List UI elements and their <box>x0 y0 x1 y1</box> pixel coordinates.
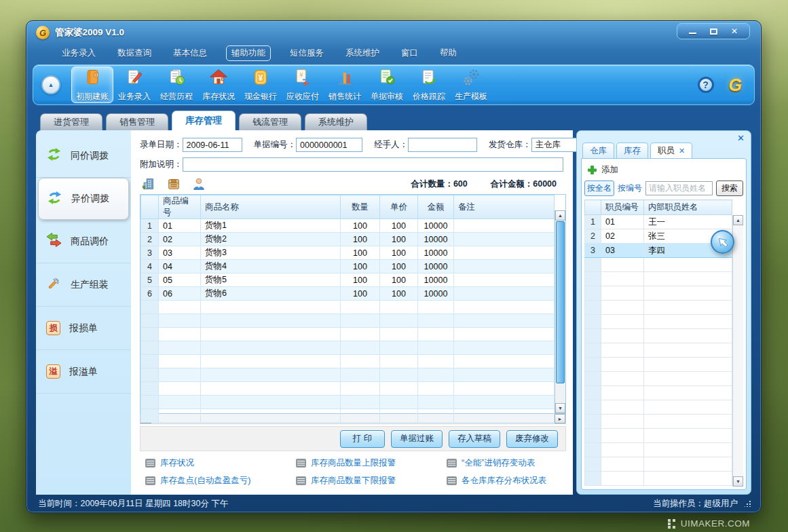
toolbar-item-business-history[interactable]: 经营历程 <box>155 66 198 103</box>
table-row-empty[interactable] <box>141 328 555 341</box>
table-row-empty[interactable] <box>585 457 732 472</box>
sidebar-item-loss-report[interactable]: 损 报损单 <box>36 307 131 350</box>
document-number-input[interactable] <box>296 138 362 152</box>
agent-input[interactable] <box>408 138 477 152</box>
table-row-empty[interactable] <box>585 415 732 429</box>
resize-grip[interactable] <box>745 500 751 507</box>
link-upper-limit-alert[interactable]: 库存商品数量上限报警 <box>296 457 447 469</box>
scroll-up-icon[interactable]: ▲ <box>555 210 565 221</box>
toolbar-item-sales-statistics[interactable]: 销售统计 <box>324 66 366 103</box>
table-row-empty[interactable] <box>585 329 732 343</box>
scroll-down-icon[interactable]: ▼ <box>733 476 743 487</box>
toolbar-item-receivable-payable[interactable]: ¥ 应收应付 <box>282 66 324 103</box>
toolbar-item-inventory-status[interactable]: 库存状况 <box>198 66 240 103</box>
table-row-empty[interactable] <box>585 372 732 386</box>
link-stocktake[interactable]: 库存盘点(自动盘盈盘亏) <box>145 475 296 487</box>
minimize-button[interactable] <box>683 26 702 37</box>
scroll-right-icon[interactable]: ► <box>555 414 565 423</box>
table-row[interactable]: 404货物410010010000 <box>141 260 555 273</box>
save-draft-button[interactable]: 存入草稿 <box>449 430 500 448</box>
table-row-empty[interactable] <box>141 368 555 382</box>
table-row-empty[interactable] <box>141 314 555 328</box>
table-row-empty[interactable] <box>585 258 732 272</box>
help-icon[interactable]: ? <box>698 77 714 93</box>
toolbar-item-business-entry[interactable]: 业务录入 <box>113 66 155 103</box>
tab-purchase-management[interactable]: 进货管理 <box>40 113 102 130</box>
table-row-empty[interactable] <box>585 358 732 372</box>
link-omni-change-report[interactable]: “全能”进销存变动表 <box>447 457 566 469</box>
sidebar-item-overflow-report[interactable]: 溢 报溢单 <box>36 350 131 394</box>
table-row-empty[interactable] <box>585 272 732 286</box>
tab-inventory[interactable]: 库存 <box>616 142 648 158</box>
toolbar-item-production-template[interactable]: 生产模板 <box>450 66 492 103</box>
add-plus-icon[interactable] <box>588 166 597 174</box>
table-row[interactable]: 101货物110010010000 <box>141 219 555 233</box>
sidebar-item-price-adjust[interactable]: 商品调价 <box>36 220 131 263</box>
tab-cashflow-management[interactable]: 钱流管理 <box>239 113 301 130</box>
table-row-empty[interactable] <box>585 443 732 457</box>
tab-sales-management[interactable]: 销售管理 <box>106 113 168 130</box>
collapse-toolbar-button[interactable]: ▲ <box>41 75 60 94</box>
toolbar-item-initial-setup[interactable]: 初期建账 <box>71 66 113 103</box>
toolbar-item-cash-bank[interactable]: ¥ 现金银行 <box>240 66 282 103</box>
table-row-empty[interactable] <box>141 409 555 423</box>
scroll-up-icon[interactable]: ▲ <box>733 215 743 225</box>
table-row[interactable]: 101王一 <box>585 215 732 229</box>
table-row[interactable]: 202张三 <box>585 229 732 244</box>
table-row-empty[interactable] <box>585 472 732 486</box>
table-row-empty[interactable] <box>585 286 732 301</box>
table-row-empty[interactable] <box>141 355 555 368</box>
table-row-empty[interactable] <box>141 396 555 409</box>
tab-warehouse[interactable]: 仓库 <box>582 142 614 158</box>
menu-basic-info[interactable]: 基本信息 <box>170 46 210 60</box>
table-row-empty[interactable] <box>585 429 732 443</box>
table-row-empty[interactable] <box>585 301 732 315</box>
package-icon[interactable] <box>166 176 181 191</box>
table-row-selected[interactable]: 303李四 <box>585 244 732 258</box>
menu-help[interactable]: 帮助 <box>437 46 459 60</box>
note-input[interactable] <box>183 157 564 172</box>
person-icon[interactable] <box>191 176 206 191</box>
tab-inventory-management[interactable]: 库存管理 <box>172 111 236 130</box>
table-row-empty[interactable] <box>141 341 555 355</box>
add-label[interactable]: 添加 <box>601 164 618 176</box>
table-row-empty[interactable] <box>141 301 555 314</box>
menu-auxiliary-functions[interactable]: 辅助功能 <box>226 45 271 61</box>
close-button[interactable]: ✕ <box>725 26 744 37</box>
toolbar-item-document-audit[interactable]: 单据审核 <box>366 66 408 103</box>
table-row-empty[interactable] <box>585 315 732 329</box>
tab-staff[interactable]: 职员✕ <box>650 142 692 158</box>
staff-search-input[interactable] <box>645 181 713 195</box>
sidebar-item-production-assembly[interactable]: 生产组装 <box>36 263 131 307</box>
close-tab-icon[interactable]: ✕ <box>679 147 685 155</box>
table-row-empty[interactable] <box>141 382 555 396</box>
vertical-scrollbar[interactable]: ▲ ▼ <box>555 210 565 413</box>
toolbar-item-price-tracking[interactable]: 价格跟踪 <box>408 66 450 103</box>
maximize-button[interactable] <box>704 26 723 37</box>
tab-system-maintenance[interactable]: 系统维护 <box>305 113 367 130</box>
table-row-empty[interactable] <box>585 343 732 358</box>
link-inventory-status[interactable]: 库存状况 <box>145 457 296 469</box>
link-warehouse-distribution[interactable]: 各仓库库存分布状况表 <box>447 475 566 487</box>
building-icon[interactable] <box>141 176 156 191</box>
sidebar-item-same-price-transfer[interactable]: 同价调拨 <box>36 134 131 178</box>
scroll-down-icon[interactable]: ▼ <box>555 403 565 413</box>
entry-date-input[interactable] <box>183 138 242 152</box>
menu-window[interactable]: 窗口 <box>398 46 421 60</box>
sidebar-item-different-price-transfer[interactable]: 异价调拨 <box>38 178 129 220</box>
menu-business-entry[interactable]: 业务录入 <box>59 46 98 60</box>
filter-by-code[interactable]: 按编号 <box>618 183 642 194</box>
table-row[interactable]: 202货物210010010000 <box>141 233 555 246</box>
table-row[interactable]: 505货物510010010000 <box>141 273 555 287</box>
table-row[interactable]: 606货物610010010000 <box>141 287 555 301</box>
discard-changes-button[interactable]: 废弃修改 <box>506 430 558 448</box>
filter-by-fullname[interactable]: 按全名 <box>584 180 614 196</box>
table-row-empty[interactable] <box>585 386 732 400</box>
panel-close-icon[interactable]: ✕ <box>737 133 745 143</box>
search-button[interactable]: 搜索 <box>716 180 743 196</box>
scrollbar-thumb[interactable] <box>556 221 565 383</box>
post-document-button[interactable]: 单据过账 <box>391 430 443 448</box>
menu-data-query[interactable]: 数据查询 <box>115 46 154 60</box>
vertical-scrollbar[interactable]: ▲ ▼ <box>732 215 743 487</box>
table-row-empty[interactable] <box>585 400 732 415</box>
